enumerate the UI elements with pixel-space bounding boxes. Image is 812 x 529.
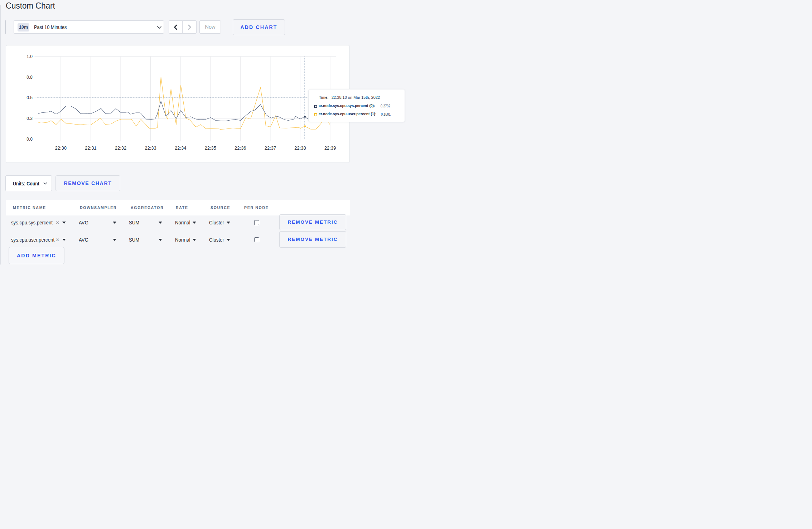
svg-text:22:36: 22:36 bbox=[235, 145, 246, 151]
svg-text:0.8: 0.8 bbox=[26, 75, 33, 80]
svg-text:1.0: 1.0 bbox=[26, 54, 33, 59]
svg-text:22:32: 22:32 bbox=[115, 145, 127, 151]
svg-text:0.3: 0.3 bbox=[26, 116, 33, 121]
svg-text:22:35: 22:35 bbox=[204, 145, 216, 151]
svg-text:22:39: 22:39 bbox=[324, 145, 336, 151]
svg-text:22:33: 22:33 bbox=[145, 145, 156, 151]
svg-text:22:37: 22:37 bbox=[265, 145, 276, 151]
svg-text:0.5: 0.5 bbox=[26, 95, 33, 100]
svg-text:22:30: 22:30 bbox=[55, 145, 67, 151]
svg-text:0.0: 0.0 bbox=[26, 137, 33, 142]
svg-text:22:38: 22:38 bbox=[294, 145, 306, 151]
svg-text:22:31: 22:31 bbox=[85, 145, 97, 151]
svg-text:22:34: 22:34 bbox=[175, 145, 187, 151]
